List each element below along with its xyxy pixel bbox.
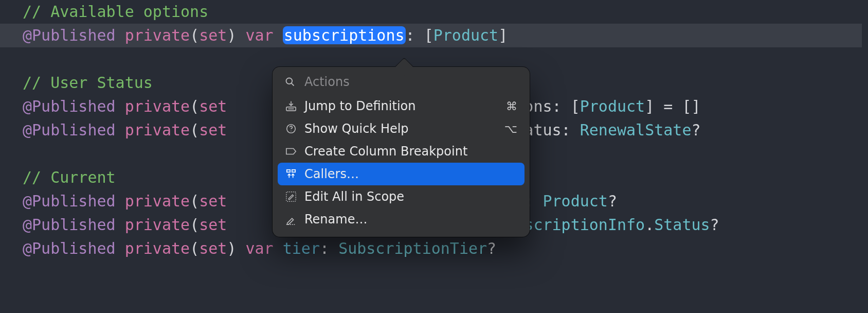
comment: // Current xyxy=(23,168,116,186)
svg-rect-7 xyxy=(292,170,295,172)
menu-item-label: Edit All in Scope xyxy=(304,189,510,204)
selected-identifier[interactable]: subscriptions xyxy=(283,26,406,44)
edit-all-icon xyxy=(285,190,297,203)
menu-item-show-quick-help[interactable]: Show Quick Help ⌥ xyxy=(278,117,525,140)
callers-icon xyxy=(285,168,297,180)
menu-item-label: Jump to Definition xyxy=(304,99,499,113)
menu-item-jump-to-definition[interactable]: Jump to Definition ⌘ xyxy=(278,95,525,117)
comment: // Available options xyxy=(23,3,208,21)
menu-item-rename[interactable]: Rename… xyxy=(278,208,525,231)
code-line-highlighted: @Published private(set) var subscription… xyxy=(0,24,862,47)
comment: // User Status xyxy=(23,74,153,92)
code-line: // Available options xyxy=(0,0,868,24)
actions-menu: Jump to Definition ⌘ Show Quick Help ⌥ C… xyxy=(273,95,530,237)
svg-point-0 xyxy=(286,78,293,84)
code-line: @Published private(set) var tier: Subscr… xyxy=(0,237,868,260)
menu-item-shortcut: ⌥ xyxy=(504,123,517,135)
svg-rect-6 xyxy=(287,170,290,172)
menu-item-label: Callers… xyxy=(304,167,510,181)
actions-popover: Jump to Definition ⌘ Show Quick Help ⌥ C… xyxy=(273,67,530,237)
code-editor[interactable]: // Available options @Published private(… xyxy=(0,0,868,260)
search-icon xyxy=(284,76,296,88)
menu-item-label: Show Quick Help xyxy=(304,121,497,136)
menu-item-shortcut: ⌘ xyxy=(506,100,517,113)
help-icon xyxy=(285,123,297,135)
jump-to-definition-icon xyxy=(285,100,297,112)
menu-item-create-column-breakpoint[interactable]: Create Column Breakpoint xyxy=(278,140,525,163)
actions-search-input[interactable] xyxy=(303,74,518,90)
menu-item-label: Create Column Breakpoint xyxy=(304,144,510,159)
menu-item-label: Rename… xyxy=(304,212,510,227)
actions-search-row xyxy=(273,67,530,95)
breakpoint-icon xyxy=(285,145,297,158)
menu-item-callers[interactable]: Callers… xyxy=(278,163,525,185)
svg-line-1 xyxy=(292,83,294,86)
rename-icon xyxy=(285,213,297,225)
svg-point-5 xyxy=(291,131,291,131)
menu-item-edit-all-in-scope[interactable]: Edit All in Scope xyxy=(278,185,525,208)
